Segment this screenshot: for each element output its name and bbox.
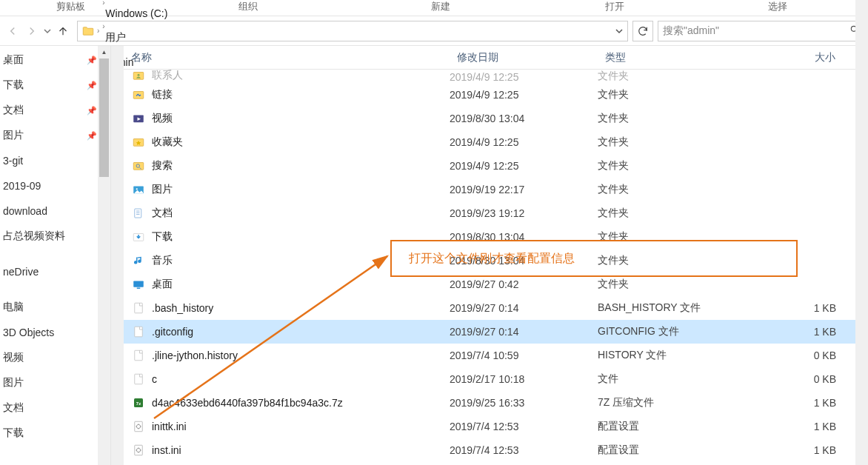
search-input[interactable]: 搜索"admin" [658,21,865,41]
file-name: inst.ini [152,444,181,456]
file-type: 配置设置 [598,420,768,433]
nav-tree-item[interactable]: 3D Objects [1,320,97,345]
ribbon-label-new: 新建 [355,0,526,16]
refresh-button[interactable] [632,21,653,41]
nav-tree-item[interactable]: 2019-09 [1,173,97,198]
nav-item-label: 电脑 [3,301,24,314]
7z-icon: 7z [131,395,146,410]
file-row[interactable]: c2019/2/17 10:18文件0 KB [124,367,868,391]
folder-link-icon [131,87,146,102]
column-header-name[interactable]: 名称 [124,46,450,69]
svg-rect-7 [133,163,144,170]
nav-item-label: 下载 [3,78,24,92]
file-row[interactable]: 图片2019/9/19 22:17文件夹 [124,178,868,201]
folder-music-icon [131,253,146,268]
outer-scrollbar[interactable] [855,0,868,465]
column-header-type[interactable]: 类型 [598,46,768,69]
file-date: 2019/7/4 12:53 [450,444,598,456]
file-row[interactable]: .gitconfig2019/9/27 0:14GITCONFIG 文件1 KB [124,320,868,344]
nav-tree-item[interactable]: 下载📌 [1,73,97,98]
file-row[interactable]: 音乐2019/8/30 13:04文件夹 [124,249,868,272]
file-row[interactable]: 视频2019/8/30 13:04文件夹 [124,107,868,130]
folder-search-icon [131,158,146,173]
pin-icon: 📌 [87,81,97,90]
chevron-right-icon[interactable]: › [96,27,101,35]
breadcrumb-item[interactable]: Windows (C:) [101,7,172,19]
file-date: 2019/4/9 12:25 [450,160,598,172]
svg-point-2 [138,74,140,76]
breadcrumb[interactable]: › 此电脑›Windows (C:)›用户›admin› [77,21,628,41]
file-size: 1 KB [768,397,849,409]
scroll-up-button[interactable]: ▲ [98,46,110,58]
file-name: 视频 [152,112,173,125]
file-name: .jline-jython.history [152,349,238,361]
file-size: 1 KB [768,421,849,432]
file-row[interactable]: 7zd4ac4633ebd6440fa397b84f1bc94a3c.7z201… [124,391,868,415]
nav-tree-item[interactable]: download [1,198,97,224]
column-header-size[interactable]: 大小 [768,46,849,69]
file-row[interactable]: .bash_history2019/9/27 0:14BASH_HISTORY … [124,296,868,320]
file-row[interactable]: 文档2019/9/23 19:12文件夹 [124,201,868,225]
file-date: 2019/8/30 13:04 [450,113,598,124]
nav-item-label: 图片 [3,129,24,142]
folder-pic-icon [131,182,146,197]
file-row[interactable]: 搜索2019/4/9 12:25文件夹 [124,154,868,178]
file-type: 文件夹 [598,207,768,220]
nav-back-button [3,21,22,41]
nav-tree-item[interactable]: neDrive [1,259,97,284]
pin-icon: 📌 [87,131,97,141]
chevron-right-icon[interactable]: › [101,22,106,30]
ribbon-label-open: 打开 [526,0,704,16]
svg-rect-15 [135,303,143,313]
nav-item-label: 图片 [3,376,24,389]
chevron-right-icon[interactable]: › [101,0,106,7]
file-list-area: 名称 修改日期 类型 大小 联系人2019/4/9 12:25文件夹链接2019… [124,46,868,465]
nav-item-label: 3D Objects [3,327,54,338]
svg-point-10 [136,188,138,190]
column-header-date[interactable]: 修改日期 [450,46,598,69]
nav-tree-item[interactable]: 视频 [1,345,97,370]
nav-tree-item[interactable]: 文档📌 [1,98,97,123]
file-date: 2019/8/30 13:04 [450,231,598,243]
nav-tree-item[interactable]: 电脑 [1,295,97,320]
nav-tree-item[interactable]: 下载 [1,421,97,446]
breadcrumb-item[interactable]: 用户 [101,31,172,44]
search-placeholder: 搜索"admin" [663,24,719,38]
file-name: 文档 [152,207,173,220]
file-date: 2019/9/25 16:33 [450,397,598,409]
nav-tree-item[interactable]: 文档 [1,395,97,421]
file-row[interactable]: 收藏夹2019/4/9 12:25文件夹 [124,130,868,154]
folder-icon [81,24,96,39]
nav-tree-item[interactable]: 占总视频资料 [1,224,97,249]
file-type: 文件夹 [598,278,768,291]
file-row[interactable]: 联系人2019/4/9 12:25文件夹 [124,70,868,83]
file-type: GITCONFIG 文件 [598,325,768,338]
file-row[interactable]: .jline-jython.history2019/7/4 10:59HISTO… [124,344,868,367]
file-size: 0 KB [768,349,849,361]
svg-rect-18 [135,374,143,384]
nav-scrollbar-thumb[interactable] [99,58,109,177]
nav-tree-item[interactable]: 图片📌 [1,123,97,148]
file-row[interactable]: 桌面2019/9/27 0:42文件夹 [124,272,868,296]
nav-recent-dropdown[interactable] [41,21,53,41]
address-bar: › 此电脑›Windows (C:)›用户›admin› 搜索"admin" [0,16,868,46]
file-row[interactable]: inst.ini2019/7/4 12:53配置设置1 KB [124,438,868,462]
nav-tree-item[interactable]: 图片 [1,370,97,395]
nav-up-button[interactable] [53,21,73,41]
pin-icon: 📌 [87,106,97,116]
file-row[interactable]: 下载2019/8/30 13:04文件夹 [124,225,868,249]
file-type: 配置设置 [598,444,768,457]
nav-forward-button [22,21,41,41]
nav-tree-item[interactable]: 桌面📌 [1,47,97,73]
file-type: BASH_HISTORY 文件 [598,301,768,315]
nav-scrollbar[interactable] [98,58,110,465]
file-type: 文件夹 [598,159,768,173]
navigation-pane[interactable]: ▲ 桌面📌下载📌文档📌图片📌3-git2019-09download占总视频资料… [0,46,111,465]
pin-icon: 📌 [87,56,97,65]
file-date: 2019/4/9 12:25 [450,136,598,148]
file-row[interactable]: inittk.ini2019/7/4 12:53配置设置1 KB [124,415,868,438]
svg-rect-16 [135,327,143,337]
breadcrumb-dropdown[interactable] [611,25,627,37]
file-row[interactable]: 链接2019/4/9 12:25文件夹 [124,83,868,107]
nav-tree-item[interactable]: 3-git [1,148,97,173]
